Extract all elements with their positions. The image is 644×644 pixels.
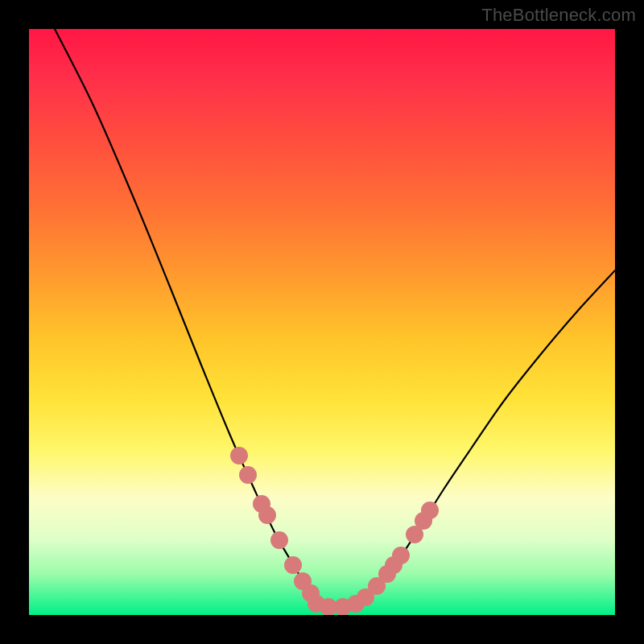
chart-container: TheBottleneck.com [0,0,644,644]
plot-gradient-background [29,29,615,615]
watermark-text: TheBottleneck.com [481,5,636,26]
